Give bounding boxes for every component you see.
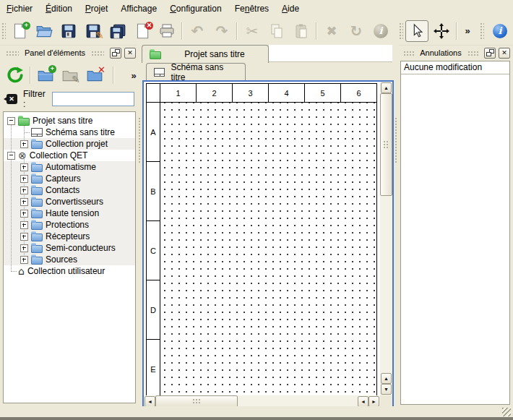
- tree-item[interactable]: ⊗ ⌂ Contacts: [4, 184, 135, 196]
- toolbar-overflow-button[interactable]: »: [460, 20, 475, 42]
- tree-expander[interactable]: [20, 244, 28, 252]
- float-button[interactable]: [484, 48, 496, 59]
- vertical-scrollbar[interactable]: ▲ ▲ ▼: [380, 82, 392, 395]
- tree-item[interactable]: ⊗ ⌂ Collection projet: [4, 138, 135, 150]
- schema-canvas[interactable]: 123456 ABCDE: [144, 82, 380, 395]
- tree-item[interactable]: ⊗ ⌂ Collection utilisateur: [4, 265, 135, 277]
- float-button[interactable]: [110, 48, 121, 59]
- dock-grip[interactable]: [403, 50, 414, 56]
- scroll-right-button[interactable]: ►: [368, 396, 379, 407]
- undo-list-item[interactable]: Aucune modification: [401, 61, 509, 74]
- tree-expander[interactable]: [20, 175, 28, 183]
- tree-item[interactable]: ⊗ ⌂ Automatisme: [4, 161, 135, 173]
- tree-expander[interactable]: [20, 187, 28, 194]
- edit-category-button[interactable]: ✎: [59, 64, 82, 87]
- tree-expander[interactable]: [20, 198, 28, 206]
- undo-history-list: Aucune modification: [400, 61, 510, 405]
- vertical-scroll-thumb[interactable]: [380, 93, 392, 196]
- folder-icon: [31, 187, 43, 195]
- tree-item[interactable]: ⊗ ⌂ Protections: [4, 219, 135, 231]
- tree-expander[interactable]: [20, 233, 28, 241]
- arrow-right-icon: ►: [371, 399, 376, 404]
- tree-item[interactable]: ⊗ ⌂ Schéma sans titre: [4, 127, 135, 138]
- scroll-up-button-2[interactable]: ▲: [381, 373, 392, 384]
- tree-item[interactable]: ⊗ ⌂ Convertisseurs: [4, 196, 135, 207]
- properties-button[interactable]: i: [369, 20, 392, 42]
- tree-item[interactable]: ⊗ ⌂ Semi-conducteurs: [4, 242, 135, 254]
- menu-item[interactable]: Fichier: [0, 1, 39, 17]
- tree-item[interactable]: ⊗ ⌂ Projet sans titre: [4, 115, 135, 127]
- menu-item[interactable]: Édition: [39, 1, 79, 17]
- new-category-button[interactable]: +: [34, 64, 57, 87]
- dock-grip[interactable]: [91, 50, 104, 56]
- printer-icon: [158, 22, 176, 40]
- open-file-button[interactable]: [33, 20, 56, 42]
- move-mode-button[interactable]: [430, 20, 453, 42]
- close-panel-button[interactable]: ✕: [499, 48, 510, 59]
- menu-item[interactable]: Configuration: [163, 1, 228, 17]
- tree-expander[interactable]: [20, 163, 28, 171]
- tree-expander[interactable]: [20, 256, 28, 264]
- tree-expander[interactable]: [20, 140, 28, 148]
- new-file-button[interactable]: +: [8, 20, 31, 42]
- tab-bar-empty-area: [269, 45, 392, 62]
- dock-grip[interactable]: [467, 50, 478, 56]
- delete-button[interactable]: ✖: [320, 20, 343, 42]
- toolbar-grip[interactable]: [480, 22, 484, 40]
- menu-item[interactable]: Affichage: [114, 1, 163, 17]
- cut-button[interactable]: ✂: [241, 20, 264, 42]
- schema-tab[interactable]: Schéma sans titre: [146, 63, 246, 80]
- scroll-left-button[interactable]: ◄: [145, 396, 155, 407]
- close-panel-button[interactable]: ✕: [124, 48, 136, 59]
- paste-button[interactable]: [290, 20, 313, 42]
- menu-item[interactable]: Aide: [275, 1, 306, 17]
- save-as-button[interactable]: ✎: [82, 20, 105, 42]
- dock-grip[interactable]: [6, 50, 19, 56]
- rotate-button[interactable]: ↻: [345, 20, 368, 42]
- undo-button[interactable]: ↶: [186, 20, 209, 42]
- toolbar-separator: [181, 22, 183, 40]
- tree-item[interactable]: ⊗ ⌂ Collection QET: [4, 150, 135, 161]
- elements-panel-header: Panel d'éléments ✕: [1, 45, 137, 61]
- tree-item-label: Capteurs: [46, 173, 81, 184]
- print-button[interactable]: [155, 20, 178, 42]
- project-folder-icon: [18, 118, 30, 126]
- toolbar-grip[interactable]: [1, 22, 6, 40]
- menu-item[interactable]: Projet: [79, 1, 114, 17]
- toolbar-separator: [236, 22, 238, 40]
- tree-item[interactable]: ⊗ ⌂ Récepteurs: [4, 231, 135, 242]
- save-button[interactable]: [57, 20, 80, 42]
- scroll-down-button[interactable]: ▼: [381, 384, 392, 395]
- clear-filter-button[interactable]: ✕: [5, 93, 18, 106]
- resize-grip[interactable]: [502, 408, 511, 416]
- menu-bar: FichierÉditionProjetAffichageConfigurati…: [0, 0, 513, 17]
- qet-collection-icon: ⊗: [18, 150, 27, 160]
- project-tab-bar: Projet sans titre: [142, 45, 392, 63]
- copy-button[interactable]: [265, 20, 288, 42]
- about-button[interactable]: i: [488, 20, 512, 42]
- scroll-up-button[interactable]: ▲: [381, 82, 392, 93]
- save-all-button[interactable]: [106, 20, 129, 42]
- close-icon: ✕: [501, 50, 507, 56]
- project-tab[interactable]: Projet sans titre: [142, 45, 269, 63]
- home-icon: ⌂: [18, 266, 25, 276]
- elements-panel-toolbar: + ✎ ✕ »: [1, 61, 137, 90]
- tree-expander[interactable]: [20, 221, 28, 229]
- scroll-left-button-2[interactable]: ◄: [358, 396, 368, 407]
- frame-corner-cell: [147, 84, 160, 102]
- select-mode-button[interactable]: [405, 20, 428, 42]
- tree-expander[interactable]: [20, 210, 28, 218]
- menu-item[interactable]: Fenêtres: [228, 1, 275, 17]
- redo-button[interactable]: ↷: [210, 20, 233, 42]
- tree-item[interactable]: ⊗ ⌂ Capteurs: [4, 173, 135, 184]
- reload-collections-button[interactable]: [4, 64, 27, 87]
- close-file-button[interactable]: ✕: [131, 20, 154, 42]
- tree-item[interactable]: ⊗ ⌂ Sources: [4, 254, 135, 265]
- tree-expander[interactable]: [7, 117, 15, 125]
- tree-expander[interactable]: [7, 152, 15, 160]
- project-tab-label: Projet sans titre: [168, 49, 261, 59]
- toolbar-grip[interactable]: [399, 22, 403, 40]
- tree-item[interactable]: ⊗ ⌂ Haute tension: [4, 207, 135, 219]
- filter-input[interactable]: [52, 92, 134, 106]
- delete-category-button[interactable]: ✕: [83, 64, 106, 87]
